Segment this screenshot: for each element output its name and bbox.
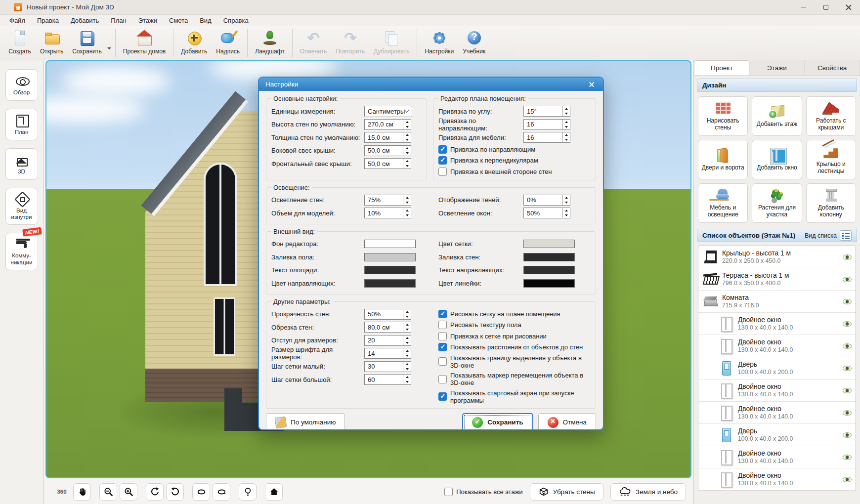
menu-item[interactable]: Файл	[4, 16, 31, 25]
spin-up[interactable]	[403, 336, 411, 340]
spin-down[interactable]	[403, 367, 411, 372]
plants-button[interactable]: Растения для участка	[752, 183, 802, 223]
zoom-in-button[interactable]	[120, 483, 137, 501]
spin-down[interactable]	[562, 111, 570, 116]
spin-down[interactable]	[403, 327, 411, 332]
porch-stairs-button[interactable]: Крыльцо и лестницы	[806, 140, 856, 179]
orbit-right-button[interactable]	[213, 483, 230, 501]
color-swatch[interactable]	[523, 253, 575, 261]
color-swatch[interactable]	[523, 266, 575, 274]
doors-gates-button[interactable]: Двери и ворота	[698, 140, 748, 179]
minimize-button[interactable]	[792, 0, 815, 14]
orbit-left-button[interactable]	[192, 483, 210, 501]
menu-item[interactable]: Добавить	[65, 16, 104, 25]
spin-down[interactable]	[562, 200, 570, 205]
visibility-eye-icon[interactable]	[843, 477, 852, 482]
defaults-button[interactable]: По умолчанию	[266, 413, 345, 431]
open-button[interactable]: Открыть	[36, 28, 67, 58]
spinner-field[interactable]: 50%	[523, 208, 570, 218]
sidebar-view-button[interactable]: План	[5, 109, 38, 140]
spin-up[interactable]	[403, 208, 411, 213]
light-button[interactable]	[239, 483, 257, 501]
visibility-eye-icon[interactable]	[843, 366, 852, 371]
settings-checkbox[interactable]: Привязка к внешней стороне стен	[438, 168, 591, 176]
spin-up[interactable]	[562, 132, 570, 137]
spin-down[interactable]	[562, 125, 570, 129]
spinner-field[interactable]: 50,0 см	[364, 145, 411, 156]
settings-checkbox[interactable]: Показывать стартовый экран при запуске п…	[438, 389, 591, 404]
units-combobox[interactable]: Сантиметры	[364, 106, 412, 117]
dialog-title-bar[interactable]: Настройки	[259, 78, 603, 91]
spinner-arrows[interactable]	[562, 195, 570, 206]
settings-checkbox[interactable]: Рисовать текстуру пола	[438, 321, 591, 329]
spinner-field[interactable]: 14	[364, 348, 411, 359]
visibility-eye-icon[interactable]	[843, 299, 852, 304]
spin-up[interactable]	[403, 132, 411, 137]
spin-up[interactable]	[562, 195, 570, 200]
panel-tab[interactable]: Этажи	[750, 60, 805, 75]
spinner-arrows[interactable]	[403, 195, 411, 206]
spinner-arrows[interactable]	[403, 374, 411, 385]
spinner-arrows[interactable]	[403, 119, 411, 130]
spin-up[interactable]	[403, 195, 411, 200]
object-list-item[interactable]: Комната 715.9 x 716.0	[698, 291, 856, 313]
menu-item[interactable]: Смета	[164, 16, 193, 25]
add-column-button[interactable]: Добавить колонну	[806, 183, 856, 223]
menu-item[interactable]: Этажи	[133, 16, 163, 25]
maximize-button[interactable]	[815, 0, 837, 14]
spin-up[interactable]	[562, 120, 570, 125]
spinner-arrows[interactable]	[403, 322, 411, 333]
sidebar-view-button[interactable]: Комму-никации	[5, 233, 38, 270]
spin-down[interactable]	[403, 164, 411, 168]
settings-button[interactable]: Настройки	[421, 28, 458, 58]
color-swatch[interactable]	[364, 240, 416, 248]
spinner-field[interactable]: 10%	[364, 208, 411, 218]
sidebar-view-button[interactable]: Обзор	[5, 69, 38, 101]
home-view-button[interactable]	[265, 483, 283, 501]
spin-up[interactable]	[403, 159, 411, 164]
spinner-field[interactable]: 80,0 см	[364, 322, 411, 333]
spin-down[interactable]	[403, 340, 411, 345]
spin-up[interactable]	[403, 322, 411, 327]
spin-down[interactable]	[403, 353, 411, 358]
add-floor-button[interactable]: Добавить этаж	[752, 96, 802, 136]
color-swatch[interactable]	[523, 279, 575, 288]
spinner-field[interactable]: 30	[364, 361, 411, 372]
zoom-out-button[interactable]	[99, 483, 117, 501]
color-swatch[interactable]	[364, 253, 416, 261]
label-button[interactable]: Надпись	[212, 28, 244, 58]
spin-down[interactable]	[403, 379, 411, 384]
show-all-floors-checkbox[interactable]: Показывать все этажи	[444, 488, 522, 496]
draw-walls-button[interactable]: Нарисовать стены	[698, 96, 748, 136]
spinner-field[interactable]: 50%	[364, 309, 411, 320]
tutorial-button[interactable]: Учебник	[459, 28, 489, 58]
remove-walls-button[interactable]: Убрать стены	[530, 483, 603, 501]
spin-up[interactable]	[403, 375, 411, 379]
spin-up[interactable]	[403, 120, 411, 125]
spin-up[interactable]	[403, 146, 411, 151]
spinner-field[interactable]: 60	[364, 374, 411, 385]
settings-checkbox[interactable]: Рисовать сетку на плане помещения	[438, 310, 591, 318]
color-swatch[interactable]	[364, 266, 416, 274]
save-button[interactable]: Сохранить	[68, 28, 106, 58]
object-list-item[interactable]: Двойное окно 130.0 x 40.0 x 140.0	[698, 335, 856, 357]
spinner-arrows[interactable]	[403, 335, 411, 346]
settings-checkbox[interactable]: Привязка к сетке при рисовании	[438, 332, 591, 340]
spin-down[interactable]	[403, 213, 411, 218]
spin-down[interactable]	[403, 200, 411, 205]
view-list-button[interactable]	[840, 230, 852, 241]
new-button[interactable]: Создать	[4, 28, 35, 58]
spinner-arrows[interactable]	[403, 348, 411, 359]
spinner-arrows[interactable]	[562, 208, 570, 218]
house-projects-button[interactable]: Проекты домов	[119, 28, 170, 58]
landscape-button[interactable]: Ландшафт	[251, 28, 289, 58]
object-list-item[interactable]: Крыльцо - высота 1 м 220.0 x 250.0 x 450…	[698, 246, 856, 268]
settings-checkbox[interactable]: Привязка к перпендикулярам	[438, 156, 591, 165]
sidebar-view-button[interactable]: Вид изнутри	[5, 188, 38, 225]
visibility-eye-icon[interactable]	[843, 455, 852, 460]
object-list-item[interactable]: Двойное окно 130.0 x 40.0 x 140.0	[698, 446, 856, 468]
spinner-arrows[interactable]	[403, 208, 411, 218]
object-list-item[interactable]: Двойное окно 130.0 x 40.0 x 140.0	[698, 402, 856, 424]
visibility-eye-icon[interactable]	[843, 432, 852, 438]
color-swatch[interactable]	[523, 240, 575, 248]
